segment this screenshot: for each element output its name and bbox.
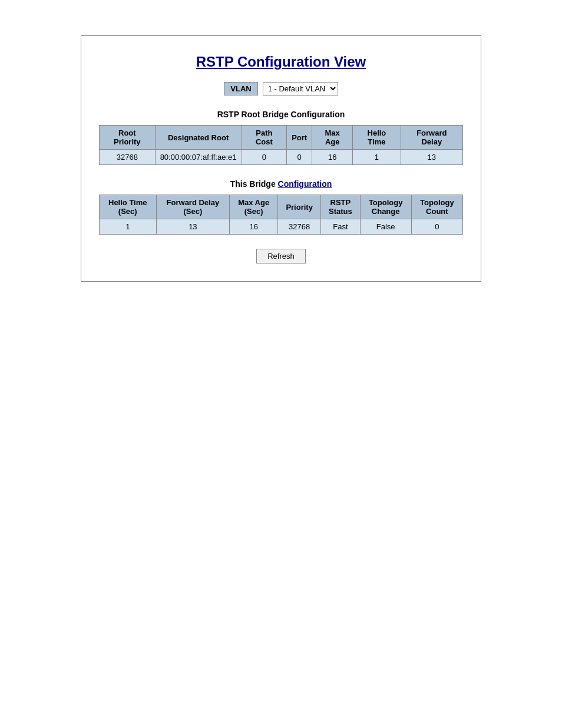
col-forward-delay: Forward Delay (401, 126, 462, 150)
root-bridge-section-title: RSTP Root Bridge Configuration (99, 110, 463, 119)
col-hello-time: Hello Time (353, 126, 401, 150)
col-designated-root: Designated Root (155, 126, 242, 150)
bridge-table: Hello Time(Sec) Forward Delay(Sec) Max A… (99, 195, 463, 235)
root-bridge-data-row: 32768 80:00:00:07:af:ff:ae:e1 0 0 16 1 1… (100, 150, 463, 165)
cell-hello-time: 1 (353, 150, 401, 165)
root-bridge-header-row: Root Priority Designated Root Path Cost … (100, 126, 463, 150)
cell-port: 0 (287, 150, 312, 165)
vlan-select[interactable]: 1 - Default VLAN 2 3 4 (263, 82, 338, 95)
refresh-button[interactable]: Refresh (256, 249, 306, 263)
cell-forward-delay: 13 (401, 150, 462, 165)
cell-path-cost: 0 (242, 150, 287, 165)
col-rstp-status: RSTPStatus (321, 195, 360, 219)
page-wrapper: RSTP Configuration View VLAN 1 - Default… (0, 0, 562, 317)
cell-bridge-topology-count: 0 (411, 219, 462, 235)
bridge-section-title: This Bridge Configuration (99, 179, 463, 189)
col-hello-time-sec: Hello Time(Sec) (100, 195, 157, 219)
cell-max-age: 16 (312, 150, 353, 165)
cell-bridge-hello-time: 1 (100, 219, 157, 235)
bridge-config-link[interactable]: Configuration (278, 179, 332, 189)
col-port: Port (287, 126, 312, 150)
cell-root-priority: 32768 (100, 150, 156, 165)
col-priority: Priority (278, 195, 321, 219)
main-panel: RSTP Configuration View VLAN 1 - Default… (81, 35, 481, 282)
col-topology-count: TopologyCount (411, 195, 462, 219)
vlan-row: VLAN 1 - Default VLAN 2 3 4 (99, 82, 463, 95)
cell-bridge-forward-delay: 13 (156, 219, 230, 235)
root-bridge-table: Root Priority Designated Root Path Cost … (99, 125, 463, 165)
col-forward-delay-sec: Forward Delay(Sec) (156, 195, 230, 219)
vlan-label: VLAN (224, 82, 257, 95)
cell-bridge-rstp-status: Fast (321, 219, 360, 235)
col-max-age-sec: Max Age(Sec) (230, 195, 278, 219)
bridge-data-row: 1 13 16 32768 Fast False 0 (100, 219, 463, 235)
bridge-header-row: Hello Time(Sec) Forward Delay(Sec) Max A… (100, 195, 463, 219)
col-max-age: Max Age (312, 126, 353, 150)
page-title: RSTP Configuration View (99, 54, 463, 70)
refresh-row: Refresh (99, 249, 463, 263)
cell-bridge-priority: 32768 (278, 219, 321, 235)
col-topology-change: TopologyChange (360, 195, 411, 219)
col-path-cost: Path Cost (242, 126, 287, 150)
cell-designated-root: 80:00:00:07:af:ff:ae:e1 (155, 150, 242, 165)
cell-bridge-max-age: 16 (230, 219, 278, 235)
col-root-priority: Root Priority (100, 126, 156, 150)
cell-bridge-topology-change: False (360, 219, 411, 235)
bridge-section: This Bridge Configuration Hello Time(Sec… (99, 179, 463, 235)
